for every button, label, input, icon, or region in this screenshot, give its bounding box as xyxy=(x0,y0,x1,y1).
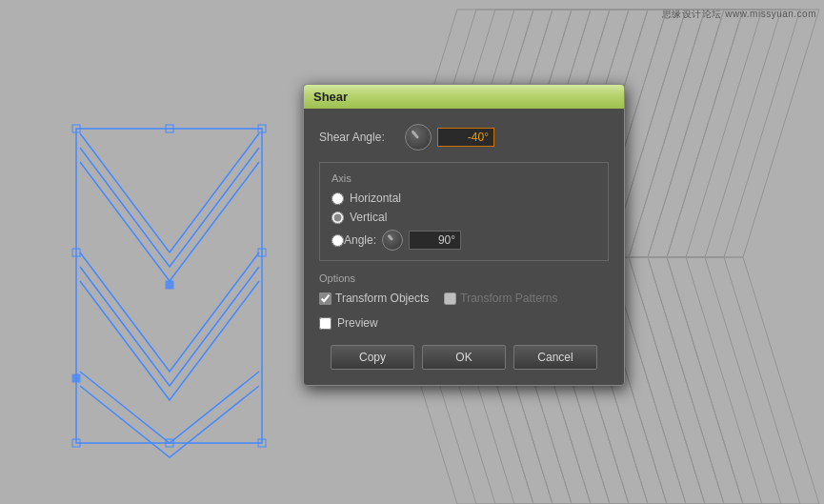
vertical-radio-row: Vertical xyxy=(332,211,596,224)
transform-patterns-checkbox[interactable] xyxy=(444,292,456,305)
transform-objects-checkbox[interactable] xyxy=(319,292,332,305)
shear-angle-dial[interactable] xyxy=(405,124,432,151)
transform-patterns-checkbox-row: Transform Patterns xyxy=(444,292,557,305)
buttons-row: Copy OK Cancel xyxy=(319,345,609,370)
vertical-label[interactable]: Vertical xyxy=(350,211,387,224)
preview-checkbox[interactable] xyxy=(319,317,332,330)
angle-dial[interactable] xyxy=(382,230,403,251)
cancel-button[interactable]: Cancel xyxy=(513,345,597,370)
angle-row: Angle: xyxy=(332,230,596,251)
axis-section: Axis Horizontal Vertical Angle: xyxy=(319,162,609,261)
vertical-radio[interactable] xyxy=(332,212,344,224)
angle-radio[interactable] xyxy=(332,234,344,247)
options-section: Options Transform Objects Transform Patt… xyxy=(319,272,609,305)
angle-input[interactable] xyxy=(409,231,461,250)
transform-patterns-label[interactable]: Transform Patterns xyxy=(460,292,557,305)
horizontal-radio[interactable] xyxy=(332,192,344,205)
preview-label[interactable]: Preview xyxy=(337,316,378,330)
horizontal-label[interactable]: Horizontal xyxy=(350,192,401,205)
shear-angle-input[interactable] xyxy=(437,128,494,147)
dialog-title: Shear xyxy=(313,90,348,104)
options-label: Options xyxy=(319,272,609,284)
dialog-titlebar: Shear xyxy=(304,85,624,109)
transform-objects-checkbox-row: Transform Objects xyxy=(319,292,429,305)
shear-dialog: Shear Shear Angle: Axis Horizontal Verti… xyxy=(303,84,625,386)
shear-angle-row: Shear Angle: xyxy=(319,124,609,151)
axis-label: Axis xyxy=(332,172,596,184)
options-row: Transform Objects Transform Patterns xyxy=(319,292,609,305)
ok-button[interactable]: OK xyxy=(422,345,506,370)
shear-angle-label: Shear Angle: xyxy=(319,131,405,144)
dialog-content: Shear Angle: Axis Horizontal Vertical An… xyxy=(304,109,624,385)
horizontal-radio-row: Horizontal xyxy=(332,192,596,205)
transform-objects-label[interactable]: Transform Objects xyxy=(335,292,429,305)
svg-rect-41 xyxy=(72,374,80,382)
preview-row: Preview xyxy=(319,316,609,330)
angle-label[interactable]: Angle: xyxy=(344,233,376,247)
copy-button[interactable]: Copy xyxy=(331,345,414,370)
